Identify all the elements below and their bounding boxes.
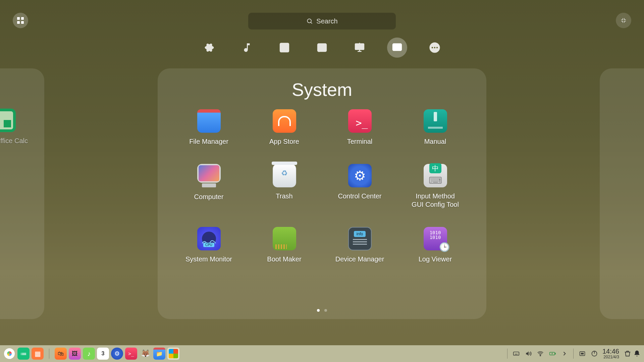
- notification-bell-icon[interactable]: [633, 350, 641, 357]
- atom-icon: [204, 43, 214, 53]
- app-label: Boot Maker: [267, 255, 301, 263]
- taskbar-album[interactable]: [69, 348, 81, 360]
- system-monitor-icon: [197, 227, 221, 250]
- app-boot-maker[interactable]: Boot Maker: [247, 227, 322, 263]
- tray-app-icon[interactable]: [579, 350, 586, 357]
- app-label: Terminal: [347, 137, 373, 146]
- app-app-store[interactable]: App Store: [247, 109, 322, 146]
- app-store-icon: [273, 109, 296, 133]
- panel-other[interactable]: Other User Feedback: [600, 68, 644, 319]
- app-libreoffice-calc[interactable]: LibreOffice Calc: [0, 109, 31, 145]
- collapse-icon: [621, 17, 627, 23]
- category-video[interactable]: [274, 38, 294, 58]
- app-label: Manual: [424, 137, 446, 146]
- panel-system: System File Manager App Store Terminal M…: [158, 68, 486, 319]
- svg-point-14: [436, 47, 438, 49]
- app-label: File Manager: [189, 137, 228, 146]
- category-other[interactable]: [425, 38, 445, 58]
- terminal-icon: [348, 109, 372, 133]
- panel-title-other: Other: [613, 79, 644, 99]
- search-input[interactable]: Search: [248, 13, 396, 29]
- app-label: Log Viewer: [419, 255, 452, 263]
- taskbar-launcher[interactable]: [3, 348, 15, 360]
- wifi-icon[interactable]: [537, 350, 544, 357]
- taskbar-control-center[interactable]: [111, 348, 123, 360]
- app-input-method[interactable]: Input Method GUI Config Tool: [397, 164, 473, 209]
- taskbar-clock[interactable]: 14:46 2021/4/3: [602, 348, 619, 359]
- log-viewer-icon: [424, 227, 447, 250]
- page-dot-1[interactable]: [317, 309, 320, 312]
- page-dot-2[interactable]: [324, 309, 327, 312]
- panel-title-office: Office: [0, 79, 31, 99]
- image-icon: [316, 42, 328, 53]
- category-system[interactable]: [387, 38, 407, 58]
- app-device-manager[interactable]: Device Manager: [322, 227, 397, 263]
- app-log-viewer[interactable]: Log Viewer: [397, 227, 473, 263]
- taskbar-terminal[interactable]: [125, 348, 137, 360]
- svg-rect-18: [555, 353, 555, 354]
- file-manager-icon: [197, 109, 221, 133]
- category-office[interactable]: [350, 38, 370, 58]
- svg-rect-20: [581, 353, 584, 355]
- exit-fullscreen-button[interactable]: [616, 13, 631, 28]
- taskbar-music[interactable]: [83, 348, 95, 360]
- taskbar-edge[interactable]: [167, 348, 179, 360]
- taskbar-multitask[interactable]: [17, 348, 30, 360]
- app-system-monitor[interactable]: System Monitor: [171, 227, 247, 263]
- more-icon: [429, 42, 440, 53]
- windowed-mode-button[interactable]: [13, 13, 28, 28]
- taskbar-app-store[interactable]: [55, 348, 67, 360]
- taskbar: 14:46 2021/4/3: [0, 345, 644, 362]
- panel-title-system: System: [171, 79, 473, 100]
- trash-tray-icon[interactable]: [624, 350, 631, 357]
- svg-point-16: [540, 355, 541, 356]
- app-file-manager[interactable]: File Manager: [171, 109, 247, 146]
- app-manual[interactable]: Manual: [397, 109, 473, 146]
- taskbar-show-desktop[interactable]: [32, 348, 44, 360]
- clock-time: 14:46: [602, 348, 619, 355]
- taskbar-tray: [513, 350, 568, 357]
- taskbar-separator: [507, 349, 507, 359]
- computer-icon: [197, 164, 221, 183]
- boot-maker-icon: [273, 227, 296, 250]
- taskbar-separator: [49, 349, 49, 359]
- app-trash[interactable]: Trash: [247, 164, 322, 209]
- power-icon[interactable]: [591, 350, 598, 357]
- app-label: Control Center: [338, 192, 381, 200]
- panels-row: Office Office LibreOffice Calc System Fi…: [0, 68, 644, 320]
- film-icon: [279, 42, 290, 53]
- app-label: Trash: [276, 192, 292, 200]
- category-graphics[interactable]: [312, 38, 332, 58]
- battery-icon[interactable]: [549, 350, 556, 357]
- presentation-icon: [354, 42, 365, 53]
- category-strip: [199, 38, 445, 58]
- trash-icon: [273, 164, 296, 187]
- taskbar-file-manager[interactable]: [153, 348, 165, 360]
- page-indicator: [317, 309, 327, 312]
- device-manager-icon: [348, 227, 372, 250]
- svg-rect-15: [514, 352, 519, 355]
- app-computer[interactable]: Computer: [171, 164, 247, 209]
- volume-icon[interactable]: [525, 350, 532, 357]
- svg-point-13: [434, 47, 436, 49]
- svg-point-12: [432, 47, 433, 49]
- search-placeholder: Search: [316, 17, 337, 25]
- app-label: Computer: [194, 193, 224, 201]
- taskbar-gimp[interactable]: [139, 348, 151, 360]
- svg-point-0: [308, 19, 312, 23]
- app-label: System Monitor: [185, 255, 232, 263]
- keyboard-icon[interactable]: [513, 350, 520, 357]
- chevron-right-icon[interactable]: [561, 350, 568, 357]
- svg-point-10: [398, 47, 401, 50]
- calc-icon: [0, 109, 16, 132]
- taskbar-calendar[interactable]: [97, 348, 109, 360]
- music-note-icon: [241, 42, 253, 53]
- system-window-icon: [391, 42, 403, 53]
- app-label: Device Manager: [335, 255, 384, 263]
- category-music[interactable]: [237, 38, 257, 58]
- panel-office[interactable]: Office Office LibreOffice Calc: [0, 68, 44, 319]
- category-internet[interactable]: [199, 38, 219, 58]
- app-terminal[interactable]: Terminal: [322, 109, 397, 146]
- app-control-center[interactable]: Control Center: [322, 164, 397, 209]
- manual-icon: [424, 109, 447, 133]
